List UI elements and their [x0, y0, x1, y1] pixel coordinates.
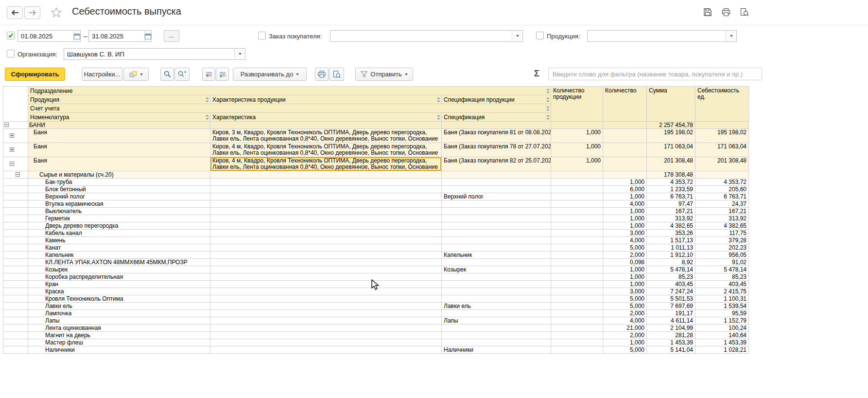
- cell-characteristic[interactable]: [210, 179, 442, 186]
- cell-specification[interactable]: [442, 122, 551, 129]
- find-button[interactable]: [740, 7, 749, 17]
- cell-name[interactable]: БАНИ: [28, 122, 210, 129]
- cell-sum[interactable]: 5 141,04: [647, 346, 695, 354]
- collapse-icon[interactable]: [16, 172, 20, 177]
- cell-characteristic[interactable]: Киров, 3 м, Квадро, Кровля Технониколь О…: [210, 129, 442, 143]
- cell-sum[interactable]: 85,23: [647, 273, 695, 281]
- cell-characteristic[interactable]: [210, 346, 442, 354]
- table-row[interactable]: Канат5,0001 011,13202,23: [3, 244, 749, 252]
- cell-qty-production[interactable]: [551, 244, 603, 252]
- cell-name[interactable]: Козырек: [28, 266, 210, 273]
- cell-name[interactable]: Выключатель: [28, 208, 210, 215]
- toolbar-print-button[interactable]: [315, 68, 329, 81]
- cell-name[interactable]: Баня: [28, 157, 210, 171]
- cell-specification[interactable]: [442, 332, 551, 339]
- cell-name[interactable]: Кровля Технониколь Оптима: [28, 295, 210, 303]
- cell-qty-production[interactable]: [551, 266, 603, 273]
- expand-icon[interactable]: [10, 147, 14, 152]
- sort-icon[interactable]: [206, 97, 209, 102]
- expand-groups-button[interactable]: [216, 68, 229, 81]
- production-input[interactable]: [588, 31, 726, 41]
- cell-sum[interactable]: 195 198,02: [647, 129, 695, 143]
- cell-qty[interactable]: 1,000: [603, 208, 647, 215]
- cell-specification[interactable]: [442, 171, 551, 179]
- table-row[interactable]: КЛ.ЛЕНТА УПАК.AXTON 48ММХ66М 45МКМ,ПРОЗР…: [3, 259, 749, 266]
- filter-input[interactable]: [548, 68, 762, 80]
- table-row[interactable]: КапельникКапельник2,0001 912,10956,05: [3, 252, 749, 259]
- cell-qty-production[interactable]: [551, 222, 603, 230]
- cell-specification[interactable]: [442, 230, 551, 237]
- cell-specification[interactable]: [442, 237, 551, 244]
- cell-unit-cost[interactable]: 171 063,04: [695, 143, 749, 157]
- cell-unit-cost[interactable]: 2 415,75: [695, 288, 749, 295]
- cell-specification[interactable]: Баня (Заказ покупателя 82 от 25.07.2025): [442, 157, 551, 171]
- cell-qty-production[interactable]: [551, 193, 603, 200]
- cell-characteristic[interactable]: [210, 171, 442, 179]
- cell-specification[interactable]: Наличники: [442, 346, 551, 354]
- cell-name[interactable]: Баня: [28, 129, 210, 143]
- cell-unit-cost[interactable]: 24,37: [695, 200, 749, 208]
- table-row[interactable]: Кабель канал3,000353,26117,75: [3, 230, 749, 237]
- period-more-button[interactable]: ...: [164, 30, 179, 42]
- cell-unit-cost[interactable]: 202,23: [695, 244, 749, 252]
- table-row[interactable]: Выключатель1,000167,21167,21: [3, 208, 749, 215]
- cell-unit-cost[interactable]: 205,60: [695, 186, 749, 193]
- cell-qty[interactable]: 5,000: [603, 244, 647, 252]
- cell-qty[interactable]: 1,000: [603, 273, 647, 281]
- cell-specification[interactable]: [442, 200, 551, 208]
- cell-name[interactable]: Кабель канал: [28, 230, 210, 237]
- cell-name[interactable]: Наличники: [28, 346, 210, 354]
- cell-qty[interactable]: 1,000: [603, 222, 647, 230]
- cell-specification[interactable]: [442, 215, 551, 222]
- cell-qty[interactable]: 3,000: [603, 230, 647, 237]
- col-header-sum[interactable]: Сумма: [647, 87, 695, 122]
- table-row[interactable]: Бак-труба1,0004 353,724 353,72: [3, 179, 749, 186]
- sort-icon[interactable]: [437, 97, 440, 102]
- cell-sum[interactable]: 167,21: [647, 208, 695, 215]
- cell-qty-production[interactable]: [551, 259, 603, 266]
- cell-name[interactable]: Мастер флеш: [28, 339, 210, 346]
- cell-qty[interactable]: 21,000: [603, 325, 647, 332]
- sort-icon[interactable]: [206, 114, 209, 120]
- sort-icon[interactable]: [437, 114, 440, 120]
- cell-specification[interactable]: [442, 222, 551, 230]
- cell-characteristic[interactable]: [210, 244, 442, 252]
- collapse-groups-button[interactable]: [202, 68, 215, 81]
- collapse-icon[interactable]: [10, 162, 14, 166]
- table-row[interactable]: Дверь дерево перегородка1,0004 382,654 3…: [3, 222, 749, 230]
- cell-qty[interactable]: 3,000: [603, 288, 647, 295]
- cell-name[interactable]: Дверь дерево перегородка: [28, 222, 210, 230]
- cell-unit-cost[interactable]: 117,75: [695, 230, 749, 237]
- collapse-icon[interactable]: [4, 123, 9, 127]
- cell-sum[interactable]: 7 247,24: [647, 288, 695, 295]
- table-row[interactable]: Камень4,0001 517,13379,28: [3, 237, 749, 244]
- table-row[interactable]: Магнит на дверь2,000281,28140,64: [3, 332, 749, 339]
- table-row[interactable]: Верхний пологВерхний полог1,0006 763,716…: [3, 193, 749, 200]
- cell-sum[interactable]: 5 501,53: [647, 295, 695, 303]
- sort-icon[interactable]: [546, 106, 550, 111]
- cell-name[interactable]: Камень: [28, 237, 210, 244]
- cell-sum[interactable]: 201 308,48: [647, 157, 695, 171]
- cell-qty[interactable]: 1,000: [603, 215, 647, 222]
- cell-sum[interactable]: 281,28: [647, 332, 695, 339]
- col-header-unit-cost[interactable]: Себестоимость ед.: [695, 87, 749, 122]
- table-row[interactable]: Коробка распределительная1,00085,2385,23: [3, 273, 749, 281]
- cell-qty-production[interactable]: [551, 237, 603, 244]
- cell-qty-production[interactable]: 1,000: [551, 129, 603, 143]
- cell-name[interactable]: Кран: [28, 281, 210, 288]
- table-row[interactable]: Краска3,0007 247,242 415,75: [3, 288, 749, 295]
- cell-characteristic[interactable]: [210, 186, 442, 193]
- cell-unit-cost[interactable]: 91,02: [695, 259, 749, 266]
- cell-qty[interactable]: 2,000: [603, 310, 647, 317]
- table-row[interactable]: Лента оцинкованная21,0002 104,99100,24: [3, 325, 749, 332]
- table-row[interactable]: Сырье и материалы (сч.20)178 308,48: [3, 171, 749, 179]
- cell-sum[interactable]: 313,92: [647, 215, 695, 222]
- period-from-field[interactable]: [17, 30, 81, 42]
- cell-qty-production[interactable]: [551, 122, 603, 129]
- send-button[interactable]: Отправить: [355, 68, 413, 81]
- col-header-production-characteristic[interactable]: Характеристика продукции: [210, 95, 442, 104]
- cell-specification[interactable]: Баня (Заказ покупателя 78 от 27.07.2025): [442, 143, 551, 157]
- cell-specification[interactable]: [442, 281, 551, 288]
- cell-characteristic[interactable]: [210, 332, 442, 339]
- cell-sum[interactable]: 4 611,14: [647, 317, 695, 325]
